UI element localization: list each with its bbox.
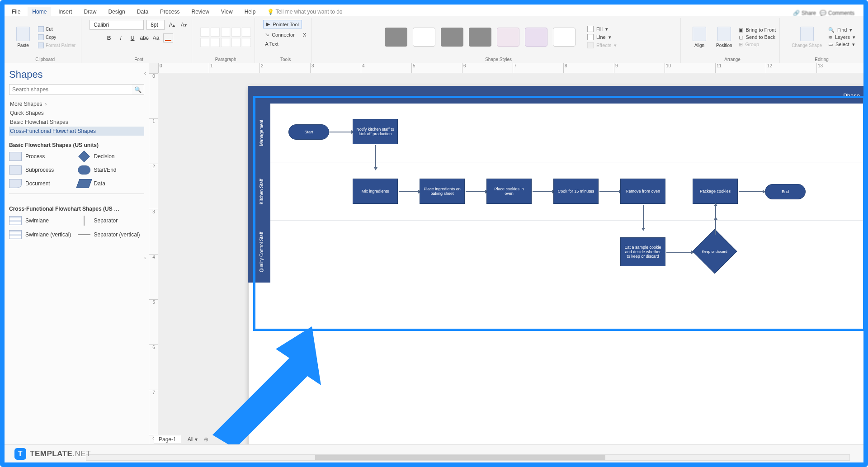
stencil-document[interactable]: Document [9,179,76,188]
select-button[interactable]: ▭ Select ▾ [828,42,855,47]
connector[interactable] [715,219,716,235]
node-start[interactable]: Start [288,124,329,140]
font-name-select[interactable]: Calibri [90,20,144,30]
pointer-tool-button[interactable]: ▶ Pointer Tool [263,20,302,28]
horizontal-scrollbar[interactable] [86,454,850,461]
canvas[interactable]: Phase Management Start Notify kitchen st… [158,73,863,444]
lane-quality[interactable]: Quality Control Staff Eat a sample cooki… [270,221,863,283]
cat-more-shapes[interactable]: More Shapes› [9,99,144,108]
add-page-button[interactable]: ⊕ [204,436,208,443]
tab-file[interactable]: File [7,7,25,16]
group-label: Shape Styles [485,56,512,64]
stencil-separator[interactable]: Separator [78,216,145,226]
tab-home[interactable]: Home [28,7,51,16]
bold-button[interactable]: B [104,33,113,42]
bring-front-button[interactable]: ▣ Bring to Front [739,27,776,33]
pane-collapse-icon[interactable]: ‹ [143,254,147,261]
copy-button[interactable]: Copy [36,34,77,41]
style-swatches[interactable] [380,26,580,48]
lane-management[interactable]: Management Start Notify kitchen staff to… [270,104,863,162]
node-cook[interactable]: Cook for 15 minutes [553,179,599,204]
layers-button[interactable]: ≋ Layers ▾ [828,34,855,40]
connector[interactable] [599,191,619,192]
send-back-button[interactable]: ▢ Send to Back [739,34,776,40]
stencil-data[interactable]: Data [78,179,145,188]
stencil-startend[interactable]: Start/End [78,165,145,175]
group-button[interactable]: ⊞ Group [739,42,776,47]
underline-button[interactable]: U [128,33,137,42]
lane-kitchen[interactable]: Kitchen Staff Mix ingredients Place ingr… [270,162,863,221]
cat-basic-flowchart[interactable]: Basic Flowchart Shapes [9,118,144,127]
change-shape-button[interactable]: Change Shape [788,25,826,50]
node-place[interactable]: Place ingredients on baking sheet [420,179,465,204]
connector[interactable] [739,191,763,192]
tab-data[interactable]: Data [132,7,153,16]
stencil-swimlane[interactable]: Swimlane [9,216,76,226]
text-tool-button[interactable]: A Text [263,41,280,47]
stencil-swimlane-v[interactable]: Swimlane (vertical) [9,230,76,239]
node-sample[interactable]: Eat a sample cookie and decide whether t… [620,237,665,266]
paragraph-buttons[interactable] [200,28,251,47]
pane-collapse-icon[interactable]: ‹ [143,70,147,76]
lane-label[interactable]: Kitchen Staff [252,162,270,221]
share-button[interactable]: 🔗 Share [793,10,816,16]
connector-tool-button[interactable]: ↘ Connector [263,31,297,38]
lane-label[interactable]: Quality Control Staff [252,221,270,283]
tab-draw[interactable]: Draw [79,7,101,16]
connector[interactable] [399,191,419,192]
effects-button[interactable]: Effects ▾ [587,42,617,48]
lane-label[interactable]: Management [252,104,270,162]
tab-review[interactable]: Review [187,7,213,16]
find-button[interactable]: 🔍 Find ▾ [828,27,855,33]
node-decision[interactable]: Keep or discard [693,229,737,274]
format-painter-button[interactable]: Format Painter [36,42,77,49]
node-package[interactable]: Package cookies [693,179,738,204]
page-tab-all[interactable]: All ▾ [188,436,198,443]
ribbon-group-tools: ▶ Pointer Tool ↘ Connector X A Text Tool… [259,18,312,64]
strike-button[interactable]: abc [140,33,149,42]
swimlane-icon [9,230,22,239]
shrink-font-button[interactable]: A▾ [179,20,188,29]
stencil-process[interactable]: Process [9,152,76,161]
connector[interactable] [666,252,692,253]
align-button[interactable]: Align [689,25,710,50]
comments-button[interactable]: 💬 Comments [820,10,854,16]
cat-quick-shapes[interactable]: Quick Shapes [9,108,144,118]
drawing-page[interactable]: Phase Management Start Notify kitchen st… [249,87,863,444]
swimlane-container[interactable]: Phase Management Start Notify kitchen st… [248,86,863,283]
stencil-decision[interactable]: Decision [78,152,145,161]
page-tab-1[interactable]: Page-1 [154,435,181,444]
search-icon[interactable]: 🔍 [132,85,144,94]
position-button[interactable]: Position [712,25,736,50]
search-shapes[interactable]: 🔍 [9,84,144,95]
italic-button[interactable]: I [116,33,125,42]
node-oven[interactable]: Place cookies in oven [486,179,532,204]
tab-process[interactable]: Process [156,7,184,16]
change-case-button[interactable]: Aa [151,33,160,42]
grow-font-button[interactable]: A▴ [167,20,176,29]
phase-title[interactable]: Phase [252,90,863,104]
paste-button[interactable]: Paste [13,25,33,50]
node-end[interactable]: End [765,184,806,199]
tab-design[interactable]: Design [104,7,129,16]
connector[interactable] [466,191,486,192]
line-button[interactable]: Line ▾ [587,34,617,40]
node-remove[interactable]: Remove from oven [620,179,665,204]
tell-me[interactable]: 💡 Tell me what you want to do [263,7,347,16]
stencil-subprocess[interactable]: Subprocess [9,165,76,175]
cut-button[interactable]: Cut [36,26,77,33]
font-size-select[interactable]: 8pt [146,20,165,30]
cat-cross-functional[interactable]: Cross-Functional Flowchart Shapes [9,127,144,136]
tab-view[interactable]: View [217,7,237,16]
connector[interactable] [329,132,352,132]
tab-help[interactable]: Help [240,7,260,16]
connector[interactable] [533,191,552,192]
x-button[interactable]: X [301,31,308,38]
search-input[interactable] [9,85,132,94]
fill-button[interactable]: Fill ▾ [587,26,617,32]
stencil-separator-v[interactable]: Separator (vertical) [78,230,145,239]
node-notify[interactable]: Notify kitchen staff to kick off product… [353,119,398,144]
tab-insert[interactable]: Insert [54,7,76,16]
node-mix[interactable]: Mix ingredients [353,179,398,204]
font-color-button[interactable] [163,33,173,42]
